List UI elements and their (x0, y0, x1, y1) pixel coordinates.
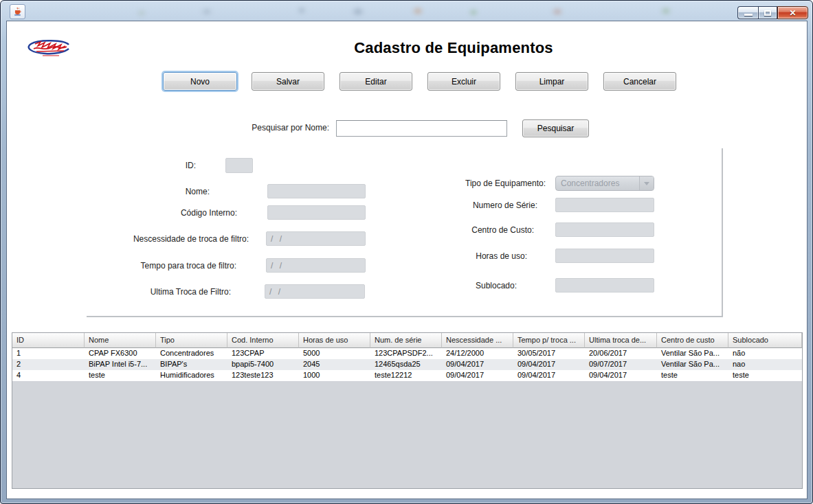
application-window: ✕ Cadastro de Equipamentos Novo Salvar E… (0, 0, 813, 504)
table-cell: 09/04/2017 (513, 359, 585, 370)
table-cell: Ventilar São Pa... (657, 348, 728, 359)
tempo-troca-filtro-field: / / (266, 258, 366, 273)
table-cell: 1000 (299, 370, 370, 381)
centro-custo-field (555, 222, 654, 237)
table-cell: 5000 (299, 348, 370, 359)
java-coffee-cup-icon[interactable] (10, 4, 25, 19)
equipment-table: IDNomeTipoCod. InternoHoras de usoNum. d… (12, 332, 803, 489)
table-cell: 09/04/2017 (442, 370, 513, 381)
maximize-button[interactable] (758, 6, 777, 19)
company-logo (23, 35, 76, 64)
table-cell: nao (728, 359, 802, 370)
column-header[interactable]: Cod. Interno (227, 333, 299, 348)
window-controls: ✕ (737, 6, 808, 19)
search-input[interactable] (336, 120, 507, 137)
necessidade-troca-filtro-label: Nescessidade de troca de filtro: (133, 234, 249, 244)
column-header[interactable]: Horas de uso (299, 333, 370, 348)
table-row[interactable]: 1CPAP FX6300Concentradores123CPAP5000123… (12, 348, 802, 359)
table-cell: 24/12/2000 (442, 348, 513, 359)
centro-custo-label: Centro de Custo: (471, 225, 534, 235)
column-header[interactable]: Centro de custo (657, 333, 728, 348)
table-cell: BiPAP Intel i5-7... (85, 359, 156, 370)
tipo-equipamento-label: Tipo de Equipamento: (465, 179, 546, 188)
table-cell: 2045 (299, 359, 370, 370)
table-cell: BIPAP's (156, 359, 227, 370)
close-icon: ✕ (789, 9, 796, 17)
tempo-troca-filtro-label: Tempo para troca de filtro: (141, 261, 236, 271)
table-cell: CPAP FX6300 (85, 348, 156, 359)
coffee-cup-glyph (12, 7, 23, 17)
window-content: Cadastro de Equipamentos Novo Salvar Edi… (6, 21, 808, 499)
sublocado-field (555, 278, 654, 293)
nome-label: Nome: (186, 187, 210, 196)
table-row[interactable]: 4testeHumidificadores123teste1231000test… (12, 370, 802, 381)
table-cell: 09/04/2017 (513, 370, 585, 381)
table-cell: teste (657, 370, 728, 381)
salvar-button[interactable]: Salvar (252, 72, 324, 91)
close-button[interactable]: ✕ (777, 6, 808, 19)
sublocado-label: Sublocado: (476, 281, 517, 290)
minimize-icon (744, 14, 753, 16)
table-cell: Concentradores (156, 348, 227, 359)
pesquisar-button[interactable]: Pesquisar (522, 119, 589, 137)
chevron-down-icon (639, 176, 654, 190)
horas-uso-label: Horas de uso: (476, 251, 527, 261)
column-header[interactable]: Tipo (156, 333, 227, 348)
table-cell: não (728, 348, 802, 359)
editar-button[interactable]: Editar (339, 72, 412, 91)
novo-button[interactable]: Novo (163, 72, 237, 91)
table-cell: bpapi5-7400 (227, 359, 299, 370)
table-cell: 09/04/2017 (442, 359, 513, 370)
tipo-equipamento-combobox: Concentradores (555, 176, 654, 191)
ultima-troca-filtro-field: / / (265, 284, 365, 299)
table-header-row: IDNomeTipoCod. InternoHoras de usoNum. d… (12, 333, 802, 348)
limpar-button[interactable]: Limpar (515, 72, 588, 91)
table-cell: 30/05/2017 (513, 348, 585, 359)
table-body: 1CPAP FX6300Concentradores123CPAP5000123… (12, 348, 802, 488)
maximize-icon (764, 10, 771, 16)
excluir-button[interactable]: Excluir (427, 72, 500, 91)
column-header[interactable]: Tempo p/ troca ... (513, 333, 585, 348)
cancelar-button[interactable]: Cancelar (603, 72, 676, 91)
column-header[interactable]: Sublocado (728, 333, 802, 348)
column-header[interactable]: Nescessidade ... (442, 333, 513, 348)
titlebar-glass-blur (1, 1, 812, 21)
column-header[interactable]: Ultima troca de... (585, 333, 657, 348)
minimize-button[interactable] (737, 6, 758, 19)
table-cell: 09/07/2017 (585, 359, 657, 370)
table-cell: 09/04/2017 (585, 370, 657, 381)
table-cell: teste (728, 370, 802, 381)
column-header[interactable]: Num. de série (370, 333, 442, 348)
codigo-interno-label: Código Interno: (181, 208, 237, 218)
horas-uso-field (555, 249, 654, 263)
necessidade-troca-filtro-field: / / (266, 231, 366, 246)
numero-serie-label: Numero de Série: (473, 201, 537, 210)
table-cell: 123CPAP (227, 348, 299, 359)
table-cell: teste12212 (370, 370, 442, 381)
titlebar[interactable]: ✕ (1, 1, 812, 21)
page-title: Cadastro de Equipamentos (234, 39, 673, 57)
table-cell: 1 (12, 348, 85, 359)
table-cell: 123CPAPSDF2... (370, 348, 442, 359)
column-header[interactable]: Nome (85, 333, 156, 348)
table-cell: 123teste123 (227, 370, 299, 381)
id-label: ID: (186, 161, 196, 170)
table-cell: 20/06/2017 (585, 348, 657, 359)
numero-serie-field (555, 198, 654, 212)
table-cell: 12465qsda25 (370, 359, 442, 370)
nome-field (267, 184, 366, 198)
table-cell: Ventilar São Pa... (657, 359, 728, 370)
table-row[interactable]: 2BiPAP Intel i5-7...BIPAP'sbpapi5-740020… (12, 359, 802, 370)
codigo-interno-field (267, 205, 366, 220)
table-cell: 4 (12, 370, 85, 381)
id-field (225, 158, 253, 173)
table-cell: teste (85, 370, 156, 381)
search-label: Pesquisar por Nome: (252, 123, 329, 133)
column-header[interactable]: ID (12, 333, 85, 348)
combobox-selected-value: Concentradores (556, 179, 639, 188)
table-cell: Humidificadores (156, 370, 227, 381)
ultima-troca-filtro-label: Ultima Troca de Filtro: (151, 287, 231, 297)
table-cell: 2 (12, 359, 85, 370)
